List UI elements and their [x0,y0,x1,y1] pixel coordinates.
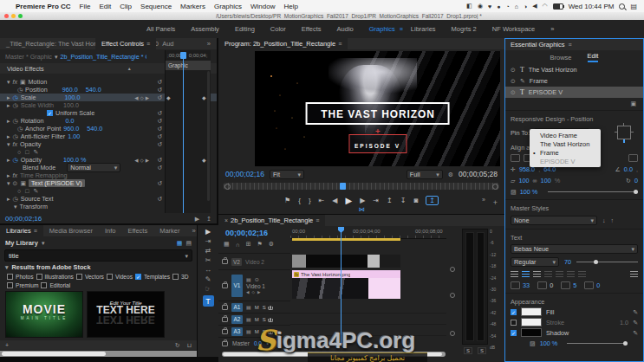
export-icon[interactable]: ↥ [206,216,211,222]
stopwatch-icon[interactable]: ◷ [13,94,18,100]
prev-keyframe-icon[interactable]: ◀ [134,158,138,163]
rect-mask-icon[interactable]: □ [25,188,29,194]
ec-timecode[interactable]: 00;00;02;16 [5,215,42,223]
playback-resolution-select[interactable]: Full ▾ [407,170,443,179]
twirl-closed-icon[interactable]: ▸ [7,157,10,163]
shadow-color-swatch[interactable] [521,328,542,337]
position-x-value[interactable]: 960.0 [62,86,78,94]
sync-status-icon[interactable]: ↻ [175,342,180,348]
keyframe-icon[interactable]: ◆ [202,157,206,163]
v1-track-badge[interactable]: V1 [231,275,243,297]
add-keyframe-icon[interactable]: ◇ [140,158,144,163]
twirl-closed-icon[interactable]: ▸ [7,118,10,124]
fx-icon[interactable]: fx [13,79,17,85]
source-patch-icon[interactable]: ▤ [246,329,251,334]
next-keyframe-icon[interactable]: ▶ [257,290,260,294]
tab-audio-clip-mixer[interactable]: Aud [156,38,179,49]
menu-sequence[interactable]: Sequence [140,3,172,10]
transport-overflow-button[interactable]: » [482,197,485,203]
wifi-icon[interactable]: ◠ [543,3,548,10]
ec-mini-ruler[interactable]: ;00;00 0;00;04; [166,50,211,61]
keyframe-lane[interactable]: ;00;00 0;00;04; Graphic ◆ ◆ ◆ [165,50,211,213]
stopwatch-icon[interactable]: ◷ [13,133,18,139]
snap-icon[interactable]: ∩ [236,242,240,248]
eyedropper-icon[interactable]: ✎ [633,330,638,336]
twirl-closed-icon[interactable]: ▸ [7,133,10,139]
rect-mask-icon[interactable]: □ [25,149,29,155]
panel-menu-icon[interactable]: ≡ [569,42,572,48]
app-menu[interactable]: Premiere Pro CC [16,3,71,10]
menu-markers[interactable]: Markers [180,3,205,10]
uniform-scale-checkbox[interactable] [47,110,53,116]
workspace-mogrts2[interactable]: Mogrts 2 [444,25,485,33]
filter-illustrations-checkbox[interactable] [36,274,42,280]
eye-icon[interactable]: ⊙ [511,78,516,84]
stroke-checkbox[interactable] [511,320,517,326]
twirl-closed-icon[interactable]: ▸ [7,94,10,100]
master-styles-select[interactable]: None ▾ [511,216,597,225]
ec-playhead-line[interactable] [183,59,184,213]
menu-edit[interactable]: Edit [99,3,111,10]
antiflicker-value[interactable]: 1.00 [68,133,80,140]
timeline-h-scrollbar[interactable] [222,352,446,357]
library-name[interactable]: My Library [5,239,38,247]
work-area-bar[interactable] [292,238,400,241]
justify-button[interactable] [578,271,586,277]
keyframe-icon[interactable]: ◆ [202,94,206,100]
align-text-center-button[interactable] [522,271,530,277]
font-size-slider[interactable] [576,262,638,262]
istat-icon[interactable]: ♥ [488,3,491,10]
tab-overflow-button[interactable]: » [201,38,217,49]
filter-photos-checkbox[interactable] [7,274,13,280]
pen-tool[interactable]: ✎ [205,276,211,283]
mute-button[interactable]: M [255,329,259,334]
align-text-left-button[interactable] [511,271,518,277]
anchor-value[interactable]: 0.0 [624,165,633,173]
mute-button[interactable]: M [255,305,259,310]
tab-source-monitor[interactable]: _Title_Rectangle: The Vast Horizon.png: … [0,38,95,49]
twirl-closed-icon[interactable]: ▸ [7,172,10,178]
fx-icon[interactable]: fx [13,141,17,147]
scale-x-value[interactable]: 100 [518,177,529,184]
stroke-color-swatch[interactable] [521,318,542,326]
source-patch-icon[interactable]: ▤ [246,305,251,310]
master-gain-value[interactable]: 0.0 [254,340,262,346]
play-button[interactable]: ▶ [345,196,352,205]
layer-row-episode-v[interactable]: ⊙ T EPISODE V [505,87,643,98]
font-family-select[interactable]: Bebas Neue ▾ [511,244,638,254]
program-video-viewport[interactable]: THE VAST HORIZON EPISODE V [255,51,500,166]
stock-thumbnail-movie[interactable]: MOVIE MAIN TITLE [5,291,83,338]
workspace-libraries[interactable]: Libraries [403,25,444,33]
scrubber-end-handle[interactable] [492,184,498,190]
shadow-checkbox[interactable] [511,330,517,336]
twirl-open-icon[interactable]: ▾ [14,204,17,210]
rotation-value[interactable]: 0 [634,177,638,184]
scale-value[interactable]: 100.0 [65,94,81,101]
filter-editorial-checkbox[interactable] [41,282,47,288]
justify-button[interactable] [556,271,563,277]
timeline-playhead-line[interactable] [341,232,342,346]
track-head-v2[interactable]: V2 Video 2 [218,254,290,270]
lane-scrollbar[interactable] [207,71,210,201]
selection-tool[interactable]: ▶ [205,229,211,236]
new-layer-button[interactable]: ▣ [630,100,636,107]
tab-info[interactable]: Info [99,225,122,236]
twirl-closed-icon[interactable]: ▸ [7,196,10,202]
program-timecode[interactable]: 00;00;02;16 [225,170,264,178]
settings-wrench-icon[interactable]: ⚙ [448,171,453,178]
baseline-shift-value[interactable]: 0 [596,281,600,289]
track-select-forward-tool[interactable]: ⇥ [205,238,211,245]
twirl-open-icon[interactable]: ▾ [7,79,10,85]
add-marker-icon[interactable]: ⚑ [257,241,263,248]
reset-icon[interactable]: ↺ [157,157,162,164]
sequence-clip-label[interactable]: 2b_Position_Title_Rectangle * Graphic [60,53,146,61]
fill-checkbox[interactable] [511,309,517,315]
play-only-icon[interactable]: ▶ [195,216,199,222]
list-view-icon[interactable]: ▤ [185,240,192,246]
lock-icon[interactable] [222,341,228,346]
tracking-value[interactable]: 33 [523,281,530,289]
link-scale-icon[interactable]: ∞ [533,178,537,184]
track-head-a3[interactable]: A3 ▤ M S [218,326,290,338]
menu-clip[interactable]: Clip [120,3,132,10]
track-head-a2[interactable]: A2 ▤ M S [218,314,290,326]
